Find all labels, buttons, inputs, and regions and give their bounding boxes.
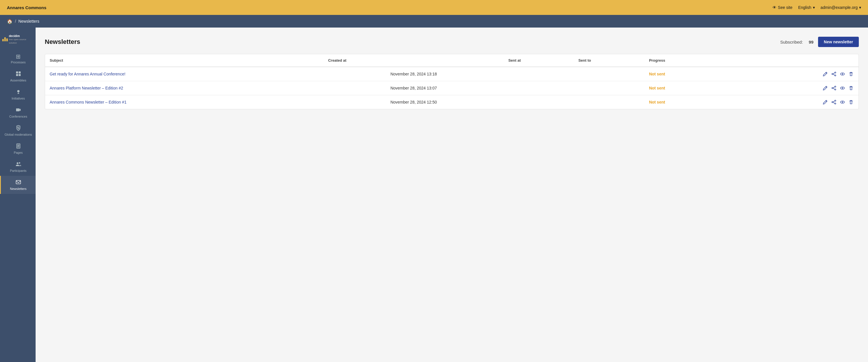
status-badge: Not sent: [649, 86, 665, 90]
svg-line-22: [833, 74, 835, 75]
svg-rect-16: [16, 180, 21, 184]
view-button[interactable]: [840, 71, 845, 77]
chevron-down-icon: ▾: [813, 5, 815, 10]
cell-progress: Not sent: [644, 81, 726, 95]
sidebar-item-participants[interactable]: Participants: [0, 158, 36, 176]
user-email-label: admin@example.org: [820, 5, 858, 10]
cell-created-at: November 28, 2024 13:07: [323, 81, 504, 95]
svg-line-37: [833, 101, 835, 102]
sidebar-item-newsletters[interactable]: Newsletters: [0, 176, 36, 194]
language-selector[interactable]: English ▾: [798, 5, 815, 10]
sidebar-item-conferences-label: Conferences: [9, 115, 27, 118]
svg-point-20: [835, 75, 836, 76]
svg-line-30: [833, 88, 835, 89]
cell-progress: Not sent: [644, 67, 726, 81]
sidebar: decidimfree open-source solution ⊞ Proce…: [0, 28, 36, 362]
newsletter-link[interactable]: Annares Platform Newsletter – Edition #2: [50, 86, 123, 90]
row-actions: [731, 71, 854, 77]
table-row: Annares Platform Newsletter – Edition #2…: [45, 81, 859, 95]
newsletter-link[interactable]: Annares Commons Newsletter – Edition #1: [50, 100, 127, 104]
cell-sent-to: [574, 95, 644, 109]
svg-line-21: [833, 73, 835, 74]
decidim-logo-icon: [2, 37, 8, 41]
cell-actions: [726, 95, 859, 109]
svg-point-32: [842, 88, 843, 89]
sidebar-item-global-moderations[interactable]: Global moderations: [0, 122, 36, 140]
breadcrumb-home-icon[interactable]: 🏠: [7, 19, 12, 24]
logo-bar-1: [2, 39, 4, 41]
chevron-down-icon-user: ▾: [859, 5, 861, 10]
new-newsletter-button[interactable]: New newsletter: [818, 37, 859, 47]
share-button[interactable]: [831, 99, 837, 105]
cell-subject: Annares Platform Newsletter – Edition #2: [45, 81, 323, 95]
share-button[interactable]: [831, 71, 837, 77]
logo-bar-2: [4, 37, 6, 41]
main-content: Newsletters Subscribed: 99 New newslette…: [36, 28, 868, 362]
table-row: Get ready for Annares Annual Conference!…: [45, 67, 859, 81]
sidebar-item-global-moderations-label: Global moderations: [5, 133, 32, 136]
sidebar-item-pages[interactable]: Pages: [0, 140, 36, 158]
svg-point-24: [842, 73, 843, 74]
newsletter-link[interactable]: Get ready for Annares Annual Conference!: [50, 72, 125, 76]
cell-sent-to: [574, 67, 644, 81]
col-sent-at: Sent at: [504, 54, 574, 67]
see-site-link[interactable]: 👁 See site: [772, 5, 793, 10]
breadcrumb-bar: 🏠 / Newsletters: [0, 15, 868, 28]
edit-button[interactable]: [823, 99, 828, 105]
col-created-at: Created at: [323, 54, 504, 67]
svg-marker-7: [20, 109, 21, 111]
breadcrumb-separator: /: [15, 19, 16, 24]
view-button[interactable]: [840, 85, 845, 91]
cell-created-at: November 28, 2024 13:18: [323, 67, 504, 81]
sidebar-item-processes-label: Processes: [11, 61, 26, 64]
svg-rect-3: [19, 74, 21, 76]
svg-point-4: [17, 90, 20, 92]
view-button[interactable]: [840, 99, 845, 105]
main-layout: decidimfree open-source solution ⊞ Proce…: [0, 28, 868, 362]
sidebar-item-newsletters-label: Newsletters: [10, 187, 26, 191]
delete-button[interactable]: [848, 85, 854, 91]
cell-created-at: November 28, 2024 12:50: [323, 95, 504, 109]
svg-point-15: [19, 162, 20, 164]
logo: decidimfree open-source solution: [0, 31, 36, 50]
col-subject: Subject: [45, 54, 323, 67]
col-sent-to: Sent to: [574, 54, 644, 67]
svg-line-38: [833, 102, 835, 103]
cell-actions: [726, 67, 859, 81]
processes-icon: ⊞: [16, 54, 21, 59]
table-header-row: Subject Created at Sent at Sent to Progr…: [45, 54, 859, 67]
participants-icon: [16, 161, 21, 168]
svg-point-28: [835, 89, 836, 90]
delete-button[interactable]: [848, 99, 854, 105]
sidebar-item-assemblies[interactable]: Assemblies: [0, 67, 36, 86]
status-badge: Not sent: [649, 100, 665, 104]
svg-point-26: [835, 86, 836, 87]
sidebar-item-initiatives-label: Initiatives: [12, 97, 25, 100]
cell-actions: [726, 81, 859, 95]
sidebar-item-assemblies-label: Assemblies: [10, 78, 26, 82]
sidebar-item-initiatives[interactable]: Initiatives: [0, 86, 36, 104]
cell-sent-at: [504, 67, 574, 81]
page-title: Newsletters: [45, 38, 81, 45]
row-actions: [731, 99, 854, 105]
delete-button[interactable]: [848, 71, 854, 77]
newsletters-table-container: Subject Created at Sent at Sent to Progr…: [45, 54, 859, 109]
eye-icon: 👁: [772, 5, 776, 10]
cell-sent-at: [504, 81, 574, 95]
page-header-right: Subscribed: 99 New newsletter: [780, 37, 859, 47]
share-button[interactable]: [831, 85, 837, 91]
sidebar-item-processes[interactable]: ⊞ Processes: [0, 50, 36, 67]
topbar-title: Annares Commons: [7, 5, 46, 10]
initiatives-icon: [16, 89, 21, 96]
sidebar-item-conferences[interactable]: Conferences: [0, 104, 36, 122]
svg-rect-6: [16, 108, 20, 111]
svg-point-40: [842, 102, 843, 103]
user-menu[interactable]: admin@example.org ▾: [820, 5, 861, 10]
edit-button[interactable]: [823, 71, 828, 77]
sidebar-item-participants-label: Participants: [10, 169, 26, 172]
edit-button[interactable]: [823, 85, 828, 91]
breadcrumb-current: Newsletters: [19, 19, 39, 24]
row-actions: [731, 85, 854, 91]
svg-line-29: [833, 87, 835, 88]
table-row: Annares Commons Newsletter – Edition #1N…: [45, 95, 859, 109]
